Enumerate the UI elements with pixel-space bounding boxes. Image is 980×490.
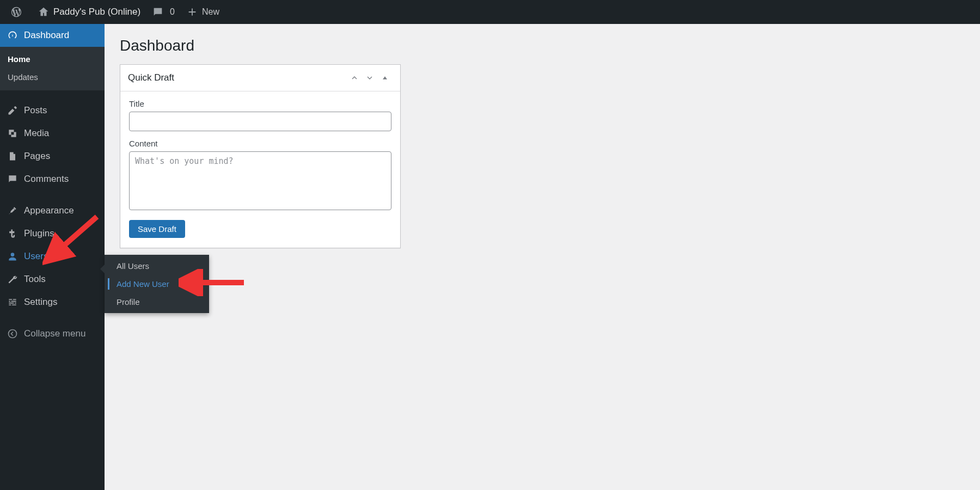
save-draft-button[interactable]: Save Draft bbox=[129, 220, 185, 238]
new-link[interactable]: New bbox=[180, 0, 225, 24]
flyout-add-new-user[interactable]: Add New User bbox=[105, 275, 209, 293]
submenu-home[interactable]: Home bbox=[0, 50, 105, 68]
new-label: New bbox=[202, 7, 219, 17]
users-icon bbox=[7, 250, 19, 262]
menu-pages-label: Pages bbox=[24, 151, 50, 162]
menu-tools-label: Tools bbox=[24, 274, 46, 285]
flyout-profile[interactable]: Profile bbox=[105, 293, 209, 311]
menu-settings-label: Settings bbox=[24, 297, 57, 308]
menu-dashboard-submenu: Home Updates bbox=[0, 47, 105, 90]
menu-tools[interactable]: Tools bbox=[0, 268, 105, 291]
menu-posts[interactable]: Posts bbox=[0, 99, 105, 122]
menu-dashboard[interactable]: Dashboard bbox=[0, 24, 105, 47]
plus-icon bbox=[186, 5, 199, 19]
panel-toggle-icon[interactable] bbox=[377, 70, 393, 85]
menu-media[interactable]: Media bbox=[0, 122, 105, 145]
flyout-all-users[interactable]: All Users bbox=[105, 257, 209, 275]
panel-move-up-icon[interactable] bbox=[347, 70, 362, 85]
menu-pages[interactable]: Pages bbox=[0, 145, 105, 168]
main-content: Dashboard Quick Draft Title bbox=[105, 24, 980, 490]
menu-plugins[interactable]: Plugins bbox=[0, 222, 105, 245]
home-icon bbox=[37, 5, 50, 19]
comments-icon bbox=[7, 173, 19, 185]
collapse-menu[interactable]: Collapse menu bbox=[0, 322, 105, 345]
menu-settings[interactable]: Settings bbox=[0, 291, 105, 314]
svg-point-0 bbox=[9, 330, 17, 338]
admin-sidebar: Dashboard Home Updates Posts Media Pages bbox=[0, 24, 105, 490]
collapse-icon bbox=[7, 328, 19, 340]
menu-plugins-label: Plugins bbox=[24, 228, 54, 239]
comments-link[interactable]: 0 bbox=[146, 0, 180, 24]
site-name-link[interactable]: Paddy's Pub (Online) bbox=[32, 0, 146, 24]
wordpress-icon bbox=[10, 5, 23, 19]
page-title: Dashboard bbox=[120, 37, 965, 54]
content-textarea[interactable] bbox=[129, 151, 391, 210]
settings-icon bbox=[7, 296, 19, 308]
submenu-updates[interactable]: Updates bbox=[0, 68, 105, 86]
menu-dashboard-label: Dashboard bbox=[24, 30, 69, 41]
menu-appearance[interactable]: Appearance bbox=[0, 199, 105, 222]
menu-posts-label: Posts bbox=[24, 105, 47, 116]
menu-appearance-label: Appearance bbox=[24, 205, 74, 216]
wp-logo-link[interactable] bbox=[4, 0, 32, 24]
title-field-label: Title bbox=[129, 99, 391, 108]
users-flyout: All Users Add New User Profile bbox=[105, 255, 209, 313]
comment-icon bbox=[151, 5, 164, 19]
content-field-label: Content bbox=[129, 139, 391, 148]
menu-users[interactable]: Users bbox=[0, 245, 105, 268]
dashboard-icon bbox=[7, 29, 19, 41]
panel-move-down-icon[interactable] bbox=[362, 70, 377, 85]
menu-comments-label: Comments bbox=[24, 174, 69, 185]
title-input[interactable] bbox=[129, 112, 391, 131]
comments-count: 0 bbox=[170, 7, 175, 17]
plugins-icon bbox=[7, 228, 19, 240]
quick-draft-title: Quick Draft bbox=[128, 72, 347, 83]
tools-icon bbox=[7, 273, 19, 285]
quick-draft-widget: Quick Draft Title Content bbox=[120, 64, 401, 248]
pages-icon bbox=[7, 150, 19, 162]
site-name: Paddy's Pub (Online) bbox=[53, 7, 140, 17]
collapse-label: Collapse menu bbox=[24, 328, 85, 339]
appearance-icon bbox=[7, 205, 19, 217]
menu-media-label: Media bbox=[24, 128, 49, 139]
menu-users-label: Users bbox=[24, 251, 48, 262]
media-icon bbox=[7, 127, 19, 139]
quick-draft-header: Quick Draft bbox=[120, 65, 400, 91]
menu-comments[interactable]: Comments bbox=[0, 168, 105, 191]
admin-bar: Paddy's Pub (Online) 0 New bbox=[0, 0, 980, 24]
posts-icon bbox=[7, 105, 19, 117]
